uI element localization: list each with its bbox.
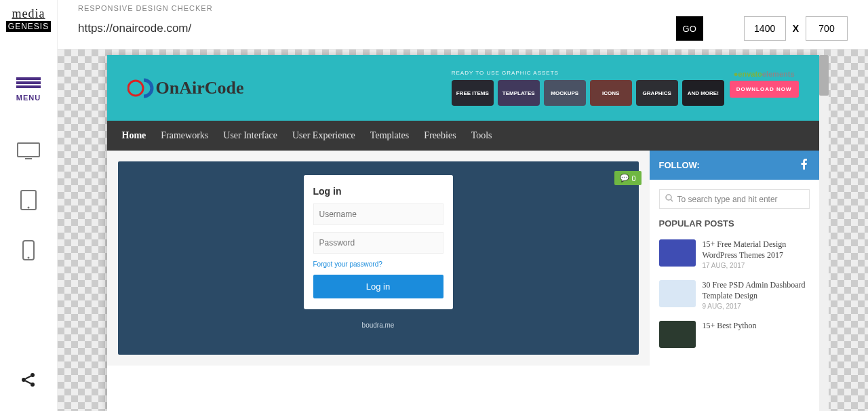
share-icon[interactable] xyxy=(20,372,37,391)
desktop-icon[interactable] xyxy=(17,142,40,163)
dimension-separator: X xyxy=(793,23,799,34)
popular-post-item[interactable]: 30 Free PSD Admin Dashboard Template Des… xyxy=(650,275,819,315)
forgot-password-link[interactable]: Forgot your password? xyxy=(313,260,443,268)
nav-home[interactable]: Home xyxy=(122,130,146,141)
search-input[interactable]: To search type and hit enter xyxy=(659,189,810,209)
post-date: 17 AUG, 2017 xyxy=(703,262,810,269)
asset-tile-graphics[interactable]: GRAPHICS xyxy=(636,80,678,106)
preview-scrollbar[interactable] xyxy=(819,55,829,411)
svg-line-9 xyxy=(26,376,31,379)
nav-tools[interactable]: Tools xyxy=(471,130,492,141)
post-thumbnail xyxy=(659,280,696,307)
follow-bar: FOLLOW: xyxy=(650,151,819,180)
nav-templates[interactable]: Templates xyxy=(370,130,409,141)
popular-post-item[interactable]: 15+ Best Python xyxy=(650,315,819,353)
svg-line-13 xyxy=(671,199,673,201)
menu-button[interactable]: MENU xyxy=(16,76,41,102)
tool-title: RESPONSIVE DESIGN CHECKER xyxy=(78,4,848,12)
svg-point-12 xyxy=(666,195,671,200)
svg-rect-1 xyxy=(25,158,32,159)
nav-freebies[interactable]: Freebies xyxy=(424,130,456,141)
popular-post-item[interactable]: 15+ Free Material Design WordPress Theme… xyxy=(650,234,819,275)
svg-point-11 xyxy=(128,81,143,96)
go-button[interactable]: GO xyxy=(676,16,703,41)
asset-tile-mockups[interactable]: MOCKUPS xyxy=(544,80,586,106)
nav-frameworks[interactable]: Frameworks xyxy=(161,130,208,141)
mediagenesis-logo: media GENESIS xyxy=(3,0,54,39)
login-dialog: Log in Forgot your password? Log in xyxy=(304,175,453,309)
post-title: 15+ Best Python xyxy=(703,321,757,332)
asset-tile-templates[interactable]: TEMPLATES xyxy=(498,80,540,106)
width-input[interactable] xyxy=(744,16,786,41)
svg-point-6 xyxy=(22,378,26,382)
assets-heading: READY TO USE GRAPHIC ASSETS xyxy=(452,70,559,76)
login-title: Log in xyxy=(313,186,443,197)
post-title: 15+ Free Material Design WordPress Theme… xyxy=(703,239,810,260)
nav-user-experience[interactable]: User Experience xyxy=(292,130,355,141)
post-date: 9 AUG, 2017 xyxy=(703,302,810,310)
asset-tile-free-items[interactable]: FREE ITEMS xyxy=(452,80,494,106)
username-input[interactable] xyxy=(313,203,443,225)
asset-tile-icons[interactable]: ICONS xyxy=(590,80,632,106)
download-now-button[interactable]: DOWNLOAD NOW xyxy=(730,81,799,98)
envato-promo: READY TO USE GRAPHIC ASSETS FREE ITEMSTE… xyxy=(452,70,799,106)
site-sidebar: FOLLOW: To search type and hit enter xyxy=(650,151,819,366)
post-title: 30 Free PSD Admin Dashboard Template Des… xyxy=(703,280,810,301)
svg-point-3 xyxy=(28,207,30,209)
password-input[interactable] xyxy=(313,232,443,254)
svg-point-8 xyxy=(31,383,35,387)
post-thumbnail xyxy=(659,321,696,348)
post-thumbnail xyxy=(659,239,696,267)
phone-icon[interactable] xyxy=(22,240,35,263)
site-header: OnAirCode READY TO USE GRAPHIC ASSETS FR… xyxy=(107,55,819,121)
login-credit: boudra.me xyxy=(132,321,625,329)
svg-point-5 xyxy=(28,257,30,259)
facebook-icon[interactable] xyxy=(799,159,810,172)
asset-tile-and-more-[interactable]: AND MORE! xyxy=(682,80,724,106)
svg-rect-0 xyxy=(18,143,39,157)
menu-label: MENU xyxy=(16,94,41,102)
svg-point-7 xyxy=(31,373,35,377)
hamburger-icon xyxy=(16,76,41,90)
login-card: 💬0 Log in Forgot your password? Log in b… xyxy=(118,161,639,355)
popular-posts-heading: POPULAR POSTS xyxy=(650,218,819,234)
preview-site: OnAirCode READY TO USE GRAPHIC ASSETS FR… xyxy=(107,55,819,411)
login-button[interactable]: Log in xyxy=(313,275,443,298)
svg-line-10 xyxy=(26,381,31,384)
tablet-icon[interactable] xyxy=(20,190,37,213)
toolbar: RESPONSIVE DESIGN CHECKER GO X xyxy=(58,0,868,50)
comment-badge[interactable]: 💬0 xyxy=(614,171,641,185)
onaircode-logo[interactable]: OnAirCode xyxy=(127,77,244,99)
height-input[interactable] xyxy=(806,16,848,41)
url-input[interactable] xyxy=(78,18,669,40)
preview-viewport: OnAirCode READY TO USE GRAPHIC ASSETS FR… xyxy=(58,50,868,411)
comment-icon: 💬 xyxy=(620,174,629,182)
nav-user-interface[interactable]: User Interface xyxy=(223,130,277,141)
search-icon xyxy=(665,194,673,204)
app-sidebar: media GENESIS MENU xyxy=(0,0,58,411)
site-navbar: HomeFrameworksUser InterfaceUser Experie… xyxy=(107,121,819,151)
envato-logo: ●envatoelements xyxy=(734,70,795,78)
